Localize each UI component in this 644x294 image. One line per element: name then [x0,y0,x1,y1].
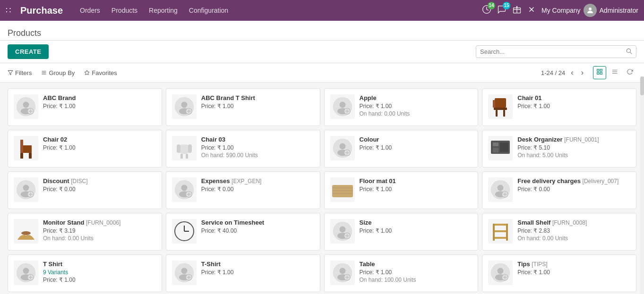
svg-rect-59 [493,148,498,152]
product-price: Price: ₹ 1.00 [201,103,314,109]
svg-rect-14 [597,72,599,74]
nav-reporting[interactable]: Reporting [149,7,178,14]
product-image [172,219,197,244]
product-info: Service on TimesheetPrice: ₹ 40.00 [201,219,314,235]
product-info: Tips [TIPS]Price: ₹ 1.00 [517,260,630,277]
product-card[interactable]: SizePrice: ₹ 1.00 [324,213,479,251]
avatar [584,4,597,17]
product-name: Desk Organizer [FURN_0001] [517,136,630,143]
product-card[interactable]: T Shirt9 VariantsPrice: ₹ 1.00 [8,254,162,292]
product-card[interactable]: Expenses [EXP_GEN]Price: ₹ 0.00 [166,171,320,209]
filters-button[interactable]: Filters [8,69,32,76]
products-container: ABC BrandPrice: ₹ 1.00 ABC Brand T Shirt… [0,83,644,294]
svg-rect-49 [177,144,180,153]
product-info: Expenses [EXP_GEN]Price: ₹ 0.00 [201,177,314,193]
search-icon[interactable] [626,48,632,56]
svg-rect-97 [506,224,508,241]
prev-page-button[interactable]: ‹ [569,67,575,78]
product-card[interactable]: Discount [DISC]Price: ₹ 0.00 [8,171,162,209]
product-card[interactable]: TablePrice: ₹ 1.00On hand: 100.00 Units [324,254,479,292]
nav-products[interactable]: Products [112,7,137,14]
product-name: Discount [DISC] [43,177,156,185]
refresh-button[interactable] [623,66,636,79]
chat-badge: 15 [503,2,510,9]
product-onhand: On hand: 0.00 Units [43,235,156,242]
svg-rect-50 [188,144,192,153]
product-info: ApplePrice: ₹ 1.00On hand: 0.00 Units [360,94,472,117]
create-button[interactable]: CREATE [8,44,49,59]
svg-line-6 [630,52,632,54]
product-card[interactable]: ABC BrandPrice: ₹ 1.00 [8,88,162,126]
app-grid-icon[interactable]: ∷ [6,5,11,16]
product-image [488,219,513,244]
product-price: Price: ₹ 1.00 [360,186,472,193]
grid-view-button[interactable] [593,66,606,79]
product-card[interactable]: T-ShirtPrice: ₹ 1.00 [166,254,320,292]
svg-point-78 [498,185,504,191]
nav-orders[interactable]: Orders [80,7,100,14]
user-area[interactable]: My Company Administrator [541,4,638,17]
product-card[interactable]: ApplePrice: ₹ 1.00On hand: 0.00 Units [324,88,479,126]
product-name: ABC Brand [43,94,156,101]
product-info: Desk Organizer [FURN_0001]Price: ₹ 5.10O… [517,136,630,159]
svg-point-32 [339,102,345,108]
product-card[interactable]: Service on TimesheetPrice: ₹ 40.00 [166,213,320,251]
product-card[interactable]: Tips [TIPS]Price: ₹ 1.00 [482,254,636,292]
product-image [172,94,197,119]
product-info: SizePrice: ₹ 1.00 [360,219,472,235]
product-card[interactable]: Chair 03Price: ₹ 1.00On hand: 590.00 Uni… [166,130,320,168]
product-image [172,136,197,160]
gift-icon[interactable] [512,5,522,17]
product-onhand: On hand: 100.00 Units [360,277,472,283]
product-name: Apple [360,94,472,101]
product-image [14,177,38,202]
product-price: Price: ₹ 1.00 [201,269,314,276]
product-card[interactable]: Monitor Stand [FURN_0006]Price: ₹ 3.19On… [8,213,162,251]
product-name: Size [360,219,472,226]
group-by-button[interactable]: Group By [41,69,75,76]
product-info: ABC BrandPrice: ₹ 1.00 [43,94,156,110]
search-bar[interactable] [476,45,636,58]
svg-point-52 [339,143,345,150]
product-card[interactable]: Desk Organizer [FURN_0001]Price: ₹ 5.10O… [482,130,636,168]
product-image [330,136,355,160]
search-input[interactable] [480,48,626,55]
right-icons: 14 15 My Company Administrator [482,4,638,17]
scrollbar-track[interactable] [640,76,644,294]
product-name: Tips [TIPS] [517,260,630,268]
product-image [14,94,38,119]
product-image [14,136,38,160]
product-price: Price: ₹ 40.00 [201,227,314,234]
chat-icon[interactable]: 15 [497,5,507,17]
product-card[interactable]: Small Shelf [FURN_0008]Price: ₹ 2.83On h… [482,213,636,251]
svg-rect-96 [493,224,495,241]
activity-icon[interactable]: 14 [482,5,491,17]
app-name: Purchase [20,5,63,16]
nav-configuration[interactable]: Configuration [189,7,228,14]
product-name: Service on Timesheet [201,219,314,226]
product-card[interactable]: Free delivery charges [Delivery_007]Pric… [482,171,636,209]
product-name: ABC Brand T Shirt [201,94,314,101]
product-card[interactable]: Chair 01Price: ₹ 1.00 [482,88,636,126]
list-view-button[interactable] [608,66,621,79]
svg-point-111 [339,268,345,274]
product-price: Price: ₹ 1.00 [43,144,156,151]
close-icon[interactable] [527,5,536,16]
scrollbar-thumb[interactable] [640,76,644,95]
product-card[interactable]: Chair 02Price: ₹ 1.00 [8,130,162,168]
product-price: Price: ₹ 1.00 [43,103,156,109]
svg-rect-39 [496,110,498,117]
product-name: T-Shirt [201,260,314,268]
page-header: Products [0,21,644,41]
top-nav: ∷ Purchase Orders Products Reporting Con… [0,0,644,21]
product-price: Price: ₹ 2.83 [517,227,630,234]
svg-rect-58 [493,143,498,146]
favorites-button[interactable]: Favorites [84,69,117,76]
product-card[interactable]: Floor mat 01Price: ₹ 1.00 [324,171,479,209]
product-card[interactable]: ColourPrice: ₹ 1.00 [324,130,479,168]
product-price: Price: ₹ 0.00 [517,186,630,193]
product-card[interactable]: ABC Brand T ShirtPrice: ₹ 1.00 [166,88,320,126]
next-page-button[interactable]: › [579,67,585,78]
product-onhand: On hand: 5.00 Units [517,152,630,159]
svg-rect-73 [332,185,353,197]
